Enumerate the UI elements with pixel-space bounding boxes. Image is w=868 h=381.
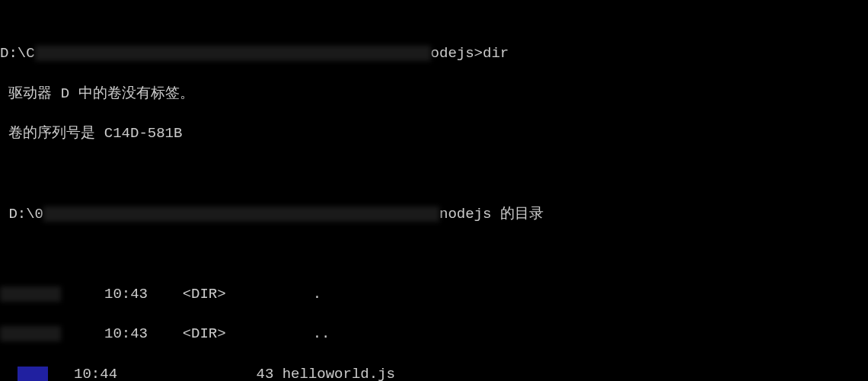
blank-line: [0, 244, 868, 264]
dir-entry-2: 10:43 <DIR> ..: [0, 324, 868, 344]
file-size: 43: [256, 366, 273, 381]
terminal-output: D:\Codejs>dir 驱动器 D 中的卷没有标签。 卷的序列号是 C14D…: [0, 3, 868, 381]
redacted-path: [35, 46, 431, 61]
command-dir: dir: [483, 45, 509, 62]
time: 10:43: [104, 325, 148, 342]
blank-line: [0, 164, 868, 184]
dir-header: D:\0nodejs 的目录: [0, 204, 868, 224]
path-suffix: odejs>: [431, 45, 483, 62]
redacted-path: [43, 207, 439, 222]
redacted-date: [0, 287, 61, 302]
time: 10:44: [74, 366, 117, 381]
selection-highlight: [18, 367, 48, 381]
dir-type: <DIR>: [183, 286, 226, 303]
volume-info-2: 卷的序列号是 C14D-581B: [0, 123, 868, 143]
dir-entry-3: 10:44 43 helloworld.js: [0, 364, 868, 381]
dir-type: <DIR>: [183, 325, 226, 342]
time: 10:43: [104, 286, 148, 303]
volume-info-1: 驱动器 D 中的卷没有标签。: [0, 84, 868, 104]
redacted-date: [0, 366, 18, 381]
path-prefix: D:\C: [0, 45, 35, 62]
dir-entry-1: 10:43 <DIR> .: [0, 284, 868, 304]
dir-name: ..: [313, 325, 330, 342]
redacted-date: [0, 326, 61, 341]
file-name: helloworld.js: [282, 366, 395, 381]
dir-name: .: [313, 286, 321, 303]
prompt-line-1[interactable]: D:\Codejs>dir: [0, 43, 868, 63]
path-prefix: D:\0: [8, 206, 43, 223]
dir-suffix: nodejs 的目录: [439, 206, 544, 223]
